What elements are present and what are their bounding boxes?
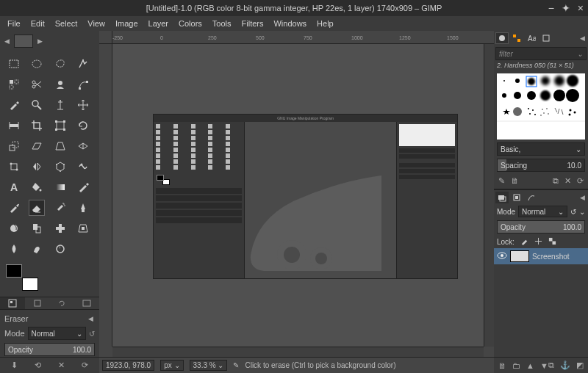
menu-edit[interactable]: Edit: [26, 18, 49, 29]
crop-tool[interactable]: [29, 117, 45, 134]
brush-preset-select[interactable]: Basic,⌄: [497, 142, 585, 156]
blur-tool[interactable]: [6, 241, 22, 257]
menu-select[interactable]: Select: [51, 18, 82, 29]
warp-tool[interactable]: [75, 159, 91, 175]
nav-preview-button[interactable]: [484, 347, 494, 357]
fg-bg-swatch[interactable]: [0, 261, 99, 297]
brush-filter-input[interactable]: filter⌄: [495, 47, 587, 60]
mypaint-brush-tool[interactable]: [6, 220, 22, 236]
align-tool[interactable]: [6, 117, 22, 134]
menu-tools[interactable]: Tools: [208, 18, 236, 29]
minimize-button[interactable]: −: [548, 2, 554, 14]
perspective-clone-tool[interactable]: [75, 220, 91, 236]
layer-mode-select[interactable]: Normal⌄: [518, 206, 567, 217]
menu-windows[interactable]: Windows: [269, 18, 311, 29]
history-tab[interactable]: [539, 32, 553, 44]
menu-colors[interactable]: Colors: [174, 18, 207, 29]
refresh-brushes-icon[interactable]: ⟳: [577, 176, 584, 186]
menu-image[interactable]: Image: [111, 18, 143, 29]
unit-select[interactable]: px ⌄: [160, 360, 183, 371]
unified-transform-tool[interactable]: [52, 117, 68, 134]
lower-layer-icon[interactable]: ▼: [540, 361, 548, 370]
ink-tool[interactable]: [75, 200, 91, 216]
prev-image-icon[interactable]: ◀: [3, 37, 11, 45]
vertical-scrollbar[interactable]: [484, 44, 494, 347]
shear-tool[interactable]: [29, 138, 45, 154]
menu-layer[interactable]: Layer: [144, 18, 173, 29]
move-tool[interactable]: [75, 97, 91, 113]
merge-layer-icon[interactable]: ⚓: [560, 361, 570, 370]
paths-tab[interactable]: [525, 192, 538, 203]
measure-tool[interactable]: [52, 97, 68, 113]
perspective-tool[interactable]: [52, 138, 68, 154]
layer-opacity-slider[interactable]: Opacity 100.0: [497, 220, 585, 233]
edit-brush-icon[interactable]: ✎: [498, 176, 505, 186]
cage-tool[interactable]: [52, 159, 68, 175]
airbrush-tool[interactable]: [52, 200, 68, 216]
ruler-corner[interactable]: [99, 31, 112, 44]
scale-tool[interactable]: [6, 138, 22, 154]
undo-history-tab[interactable]: [50, 297, 75, 309]
layer-thumbnail[interactable]: [510, 250, 529, 262]
menu-view[interactable]: View: [83, 18, 110, 29]
layer-group-icon[interactable]: 🗀: [512, 361, 520, 370]
layer-name[interactable]: Screenshot: [532, 253, 570, 261]
fg-color-swatch[interactable]: [6, 264, 22, 278]
vertical-ruler[interactable]: [99, 44, 112, 347]
mask-layer-icon[interactable]: ◩: [576, 361, 584, 370]
patterns-tab[interactable]: [510, 32, 523, 44]
smudge-tool[interactable]: [29, 241, 45, 257]
horizontal-ruler[interactable]: -250 0 250 500 750 1000 1250 1500: [112, 31, 494, 44]
raise-layer-icon[interactable]: ▲: [526, 361, 534, 370]
viewport[interactable]: GNU Image Manipulation Program: [112, 44, 484, 347]
foreground-select-tool[interactable]: [52, 76, 68, 93]
save-preset-icon[interactable]: ⬇: [11, 361, 18, 370]
heal-tool[interactable]: [52, 220, 68, 236]
3d-transform-tool[interactable]: [75, 138, 91, 154]
reset-preset-icon[interactable]: ⟳: [82, 361, 88, 370]
paintbrush-tool[interactable]: [6, 200, 22, 216]
spacing-slider[interactable]: Spacing 10.0: [497, 159, 585, 172]
clone-tool[interactable]: [29, 220, 45, 236]
duplicate-brush-icon[interactable]: ⧉: [553, 176, 559, 186]
delete-preset-icon[interactable]: ✕: [58, 361, 65, 370]
flip-tool[interactable]: [29, 159, 45, 175]
tool-options-menu-icon[interactable]: ◀: [87, 315, 95, 322]
tool-options-tab[interactable]: [0, 297, 25, 309]
delete-brush-icon[interactable]: ✕: [564, 176, 571, 186]
menu-help[interactable]: Help: [312, 18, 338, 29]
image-thumbnail[interactable]: [14, 35, 33, 48]
paths-tool[interactable]: [75, 76, 91, 93]
mode-group-icon[interactable]: ⌄: [579, 208, 585, 216]
dodge-burn-tool[interactable]: [52, 241, 68, 257]
color-select-tool[interactable]: [6, 76, 22, 93]
color-picker-tool[interactable]: [6, 97, 22, 113]
zoom-tool[interactable]: [29, 97, 45, 113]
maximize-button[interactable]: ✦: [562, 2, 570, 14]
menu-file[interactable]: File: [3, 18, 25, 29]
eraser-tool[interactable]: [29, 200, 45, 216]
brushes-tab[interactable]: [495, 32, 509, 44]
new-layer-icon[interactable]: 🗎: [498, 361, 506, 370]
restore-preset-icon[interactable]: ⟲: [35, 361, 41, 370]
horizontal-scrollbar[interactable]: [112, 347, 484, 357]
images-tab[interactable]: [74, 297, 99, 309]
handle-transform-tool[interactable]: [6, 159, 22, 175]
rect-select-tool[interactable]: [6, 56, 22, 72]
new-brush-icon[interactable]: 🗎: [511, 176, 519, 186]
device-status-tab[interactable]: [25, 297, 50, 309]
pencil-tool[interactable]: [75, 179, 91, 195]
menu-filters[interactable]: Filters: [237, 18, 268, 29]
gradient-tool[interactable]: [52, 179, 68, 195]
brush-grid[interactable]: [497, 73, 585, 140]
opacity-slider[interactable]: Opacity 100.0: [4, 343, 95, 356]
layer-row[interactable]: Screenshot: [494, 248, 588, 264]
mode-select[interactable]: Normal⌄: [28, 327, 86, 340]
scissors-tool[interactable]: [29, 76, 45, 93]
zoom-select[interactable]: 33.3 % ⌄: [190, 360, 228, 371]
next-image-icon[interactable]: ▶: [36, 37, 44, 45]
lock-pixels-icon[interactable]: [520, 237, 528, 247]
lock-alpha-icon[interactable]: [548, 237, 556, 247]
duplicate-layer-icon[interactable]: ⧉: [548, 361, 554, 370]
ellipse-select-tool[interactable]: [29, 56, 45, 72]
